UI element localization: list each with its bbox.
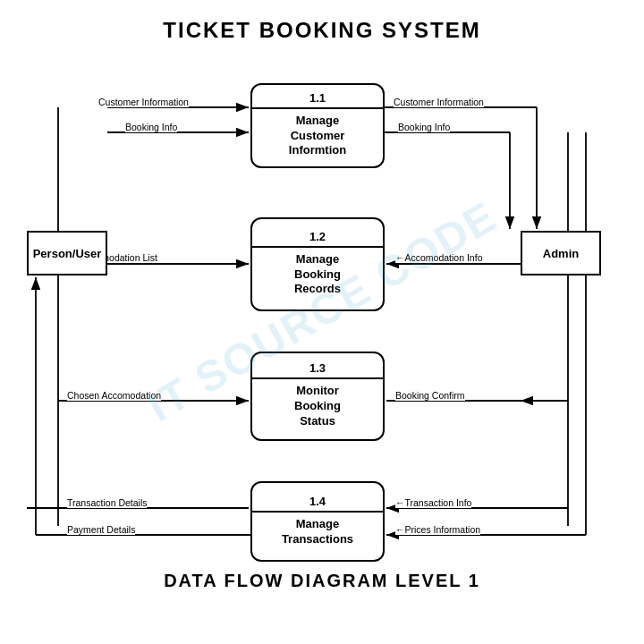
- page: TICKET BOOKING SYSTEM: [0, 0, 644, 644]
- label-booking-info-left: Booking Info: [125, 122, 177, 132]
- label-transaction-info: ←Transaction Info: [395, 497, 471, 508]
- label-booking-confirm: Booking Confirm: [395, 390, 465, 401]
- label-chosen-accomodation: Chosen Accomodation: [67, 390, 161, 401]
- label-payment-details: Payment Details: [67, 524, 135, 535]
- process-1-1: 1.1 ManageCustomerInformtion: [250, 83, 385, 168]
- label-booking-info-right: Booking Info: [398, 122, 450, 132]
- process-1-4: 1.4 ManageTransactions: [250, 481, 385, 562]
- label-prices-information: ←Prices Information: [395, 524, 480, 535]
- entity-admin: Admin: [521, 231, 601, 275]
- diagram-area: Customer Information Booking Info Custom…: [9, 52, 635, 571]
- page-subtitle: DATA FLOW DIAGRAM LEVEL 1: [9, 571, 635, 600]
- label-customer-info-left: Customer Information: [98, 97, 189, 107]
- label-transaction-details: Transaction Details: [67, 497, 147, 508]
- label-accomodation-info: ←Accomodation Info: [395, 252, 482, 263]
- label-customer-info-right: Customer Information: [394, 97, 484, 107]
- entity-person-user: Person/User: [27, 231, 107, 275]
- process-1-3: 1.3 MonitorBookingStatus: [250, 352, 385, 441]
- page-title: TICKET BOOKING SYSTEM: [9, 9, 635, 52]
- process-1-2: 1.2 ManageBookingRecords: [250, 217, 385, 311]
